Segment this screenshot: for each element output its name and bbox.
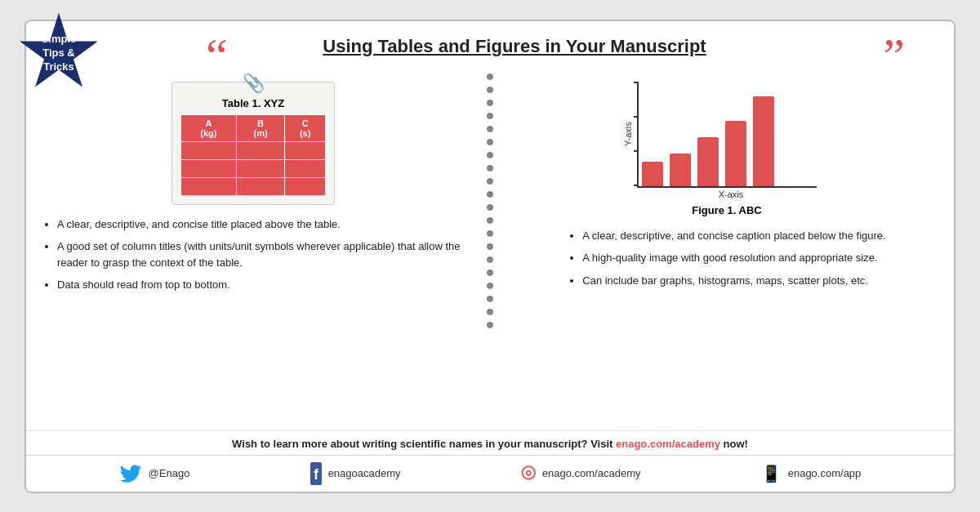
dot — [487, 269, 493, 276]
dot — [487, 191, 493, 198]
figure-bullet-2: A high-quality image with good resolutio… — [582, 250, 885, 266]
bar-3 — [697, 137, 719, 186]
table-row — [181, 177, 326, 195]
table-bullet-2: A good set of column titles (with units/… — [57, 238, 464, 270]
dot — [487, 152, 493, 158]
tick — [634, 116, 639, 118]
mock-table: A(kg) B(m) C(s) — [180, 114, 326, 196]
enago-icon: ⦾ — [521, 463, 536, 484]
y-axis-label: Y-axis — [623, 122, 633, 146]
chart-area: Y-axis — [637, 82, 817, 188]
tick — [634, 185, 639, 186]
quote-left-icon: “ — [206, 31, 228, 80]
figure-bullet-1: A clear, descriptive, and concise captio… — [582, 228, 885, 244]
dot — [487, 204, 493, 211]
facebook-label: enagoacademy — [328, 467, 401, 479]
col-a-header: A(kg) — [181, 114, 237, 141]
y-axis-ticks — [634, 82, 639, 186]
dot — [487, 73, 493, 80]
chart-container: Y-axis X-axis Figure 1. ABC — [637, 82, 817, 216]
table-header-row: A(kg) B(m) C(s) — [181, 114, 326, 141]
figure-bullet-3: Can include bar graphs, histograms, maps… — [582, 273, 885, 289]
tick — [634, 150, 639, 152]
bar-2 — [670, 154, 691, 186]
bar-1 — [642, 162, 663, 186]
x-axis-label: X-axis — [645, 189, 817, 199]
col-b-header: B(m) — [236, 114, 285, 141]
table-bullet-3: Data should read from top to bottom. — [57, 277, 464, 293]
svg-text:f: f — [314, 466, 319, 483]
social-twitter: @Enago — [119, 465, 190, 483]
dot — [487, 87, 493, 93]
figure-section: Y-axis X-axis Figure 1. ABC — [500, 65, 954, 430]
twitter-icon — [119, 465, 142, 483]
dot — [487, 309, 493, 315]
dot — [487, 139, 493, 145]
phone-icon: 📱 — [761, 464, 782, 483]
tick — [634, 82, 639, 83]
quote-right-icon: ” — [883, 31, 905, 80]
table-section: 📎 Table 1. XYZ A(kg) B(m) C(s) — [26, 65, 480, 430]
social-facebook: f enagoacademy — [310, 462, 401, 485]
dot — [487, 165, 493, 171]
header: “ Using Tables and Figures in Your Manus… — [26, 21, 954, 65]
dot — [487, 230, 493, 237]
table-bullet-1: A clear, descriptive, and concise title … — [57, 216, 464, 233]
cta-text: Wish to learn more about writing scienti… — [232, 438, 612, 450]
figure-bullets: A clear, descriptive, and concise captio… — [568, 228, 885, 296]
dot — [487, 178, 493, 185]
twitter-label: @Enago — [149, 467, 190, 479]
social-app: 📱 enago.com/app — [761, 464, 862, 483]
main-card: Simple Tips & Tricks “ Using Tables and … — [24, 20, 956, 493]
dot — [487, 113, 493, 119]
table-bullets: A clear, descriptive, and concise title … — [42, 216, 464, 300]
page-title: Using Tables and Figures in Your Manuscr… — [124, 36, 905, 57]
app-label: enago.com/app — [788, 467, 862, 479]
footer-cta: Wish to learn more about writing scienti… — [26, 430, 954, 455]
table-title: Table 1. XYZ — [180, 97, 326, 109]
dot — [487, 126, 493, 132]
figure-title: Figure 1. ABC — [637, 204, 817, 216]
table-mockup: 📎 Table 1. XYZ A(kg) B(m) C(s) — [172, 82, 335, 205]
facebook-icon: f — [310, 462, 322, 485]
cta-link[interactable]: enago.com/academy — [616, 438, 720, 450]
social-bar: @Enago f enagoacademy ⦾ enago.com/academ… — [26, 455, 954, 492]
dot — [487, 283, 493, 289]
dot — [487, 256, 493, 263]
social-enago: ⦾ enago.com/academy — [521, 463, 641, 484]
main-content: 📎 Table 1. XYZ A(kg) B(m) C(s) — [26, 65, 954, 430]
dot — [487, 100, 493, 106]
bar-4 — [725, 121, 746, 186]
paperclip-icon: 📎 — [243, 73, 265, 94]
dot — [487, 243, 493, 250]
enago-label: enago.com/academy — [542, 467, 641, 479]
dot — [487, 217, 493, 224]
dot — [487, 296, 493, 302]
table-row — [181, 159, 326, 177]
dot — [487, 322, 493, 328]
bar-5 — [753, 96, 774, 186]
center-divider — [480, 65, 500, 430]
table-row — [181, 141, 326, 159]
col-c-header: C(s) — [285, 114, 326, 141]
